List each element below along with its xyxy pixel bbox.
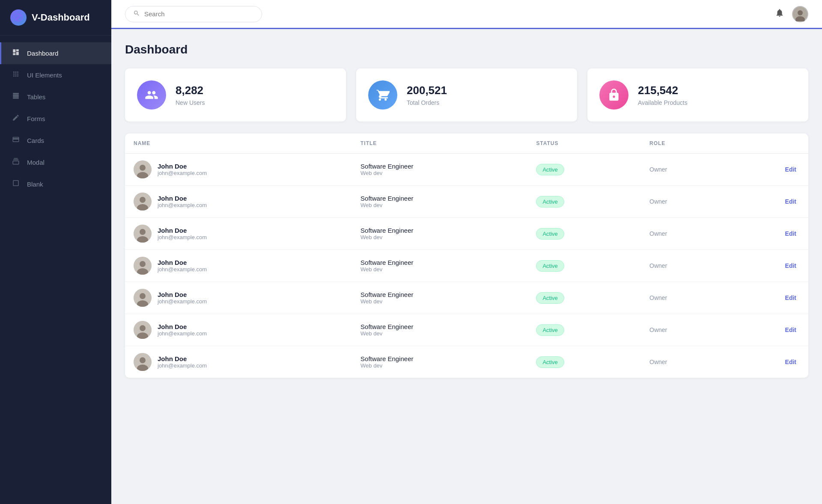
user-name-cell: John Doe john@example.com — [125, 346, 352, 378]
status-badge: Active — [536, 356, 564, 368]
user-name: John Doe — [158, 355, 207, 362]
sidebar-item-modal[interactable]: Modal — [0, 151, 111, 173]
title-cell: Software Engineer Web dev — [352, 186, 527, 218]
svg-point-32 — [140, 357, 146, 363]
user-name: John Doe — [158, 163, 207, 170]
edit-button[interactable]: Edit — [785, 326, 796, 333]
status-cell: Active — [527, 282, 641, 314]
user-avatar — [134, 257, 152, 275]
edit-button[interactable]: Edit — [785, 294, 796, 301]
sidebar-item-label: Cards — [27, 137, 44, 144]
edit-button[interactable]: Edit — [785, 166, 796, 173]
svg-point-17 — [140, 197, 146, 203]
action-cell: Edit — [728, 186, 808, 218]
products-stat-number: 215,542 — [638, 84, 688, 97]
logo-icon — [10, 9, 27, 26]
col-actions — [728, 133, 808, 154]
svg-point-1 — [13, 71, 15, 73]
status-badge: Active — [536, 292, 564, 304]
users-stat-info: 8,282 New Users — [176, 84, 205, 106]
title-cell: Software Engineer Web dev — [352, 314, 527, 346]
orders-stat-number: 200,521 — [407, 84, 447, 97]
sidebar-item-dashboard[interactable]: Dashboard — [0, 42, 111, 64]
user-avatar — [134, 193, 152, 210]
user-name: John Doe — [158, 259, 207, 266]
status-cell: Active — [527, 314, 641, 346]
action-cell: Edit — [728, 314, 808, 346]
table-row: John Doe john@example.com Software Engin… — [125, 282, 808, 314]
user-info: John Doe john@example.com — [158, 195, 207, 208]
status-cell: Active — [527, 186, 641, 218]
user-email: john@example.com — [158, 362, 207, 369]
status-badge: Active — [536, 196, 564, 208]
bell-icon[interactable] — [775, 8, 784, 20]
svg-point-3 — [17, 71, 18, 73]
user-email: john@example.com — [158, 330, 207, 337]
user-name: John Doe — [158, 291, 207, 298]
dashboard-icon — [12, 48, 20, 58]
edit-button[interactable]: Edit — [785, 359, 796, 365]
user-email: john@example.com — [158, 266, 207, 273]
modal-icon — [12, 157, 20, 167]
edit-button[interactable]: Edit — [785, 262, 796, 269]
user-email: john@example.com — [158, 234, 207, 240]
title-main: Software Engineer — [360, 163, 519, 170]
search-bar[interactable] — [125, 6, 262, 22]
stat-card-products: 215,542 Available Products — [587, 68, 808, 122]
title-cell: Software Engineer Web dev — [352, 218, 527, 250]
title-sub: Web dev — [360, 298, 519, 305]
sidebar-item-tables[interactable]: Tables — [0, 86, 111, 108]
edit-button[interactable]: Edit — [785, 198, 796, 205]
user-name: John Doe — [158, 323, 207, 330]
action-cell: Edit — [728, 346, 808, 378]
role-cell: Owner — [641, 218, 728, 250]
stat-card-users: 8,282 New Users — [125, 68, 346, 122]
forms-icon — [12, 114, 20, 124]
title-sub: Web dev — [360, 202, 519, 208]
stat-cards: 8,282 New Users 200,521 Total Orders — [125, 68, 808, 122]
role-text: Owner — [649, 230, 667, 237]
action-cell: Edit — [728, 250, 808, 282]
user-avatar — [134, 160, 152, 178]
svg-point-6 — [17, 74, 18, 75]
products-stat-icon — [599, 80, 628, 110]
title-cell: Software Engineer Web dev — [352, 346, 527, 378]
sidebar-item-blank[interactable]: Blank — [0, 173, 111, 195]
svg-point-20 — [140, 229, 146, 235]
sidebar-item-label: UI Elements — [27, 71, 62, 79]
orders-stat-info: 200,521 Total Orders — [407, 84, 447, 106]
blank-icon — [12, 179, 20, 189]
user-email: john@example.com — [158, 170, 207, 176]
user-email: john@example.com — [158, 202, 207, 208]
title-main: Software Engineer — [360, 195, 519, 202]
role-text: Owner — [649, 166, 667, 173]
sidebar-item-forms[interactable]: Forms — [0, 108, 111, 130]
avatar[interactable] — [792, 6, 808, 22]
title-main: Software Engineer — [360, 291, 519, 298]
tables-icon — [12, 92, 20, 102]
user-name-cell: John Doe john@example.com — [125, 282, 352, 314]
svg-point-26 — [140, 293, 146, 299]
status-badge: Active — [536, 324, 564, 336]
search-input[interactable] — [144, 10, 254, 18]
table-row: John Doe john@example.com Software Engin… — [125, 250, 808, 282]
user-info: John Doe john@example.com — [158, 291, 207, 305]
edit-button[interactable]: Edit — [785, 230, 796, 237]
sidebar-item-label: Tables — [27, 93, 45, 101]
products-stat-info: 215,542 Available Products — [638, 84, 688, 106]
sidebar-item-ui-elements[interactable]: UI Elements — [0, 64, 111, 86]
col-name: NAME — [125, 133, 352, 154]
page-title: Dashboard — [125, 43, 808, 56]
user-info: John Doe john@example.com — [158, 227, 207, 240]
col-status: STATUS — [527, 133, 641, 154]
col-title: TITLE — [352, 133, 527, 154]
user-info: John Doe john@example.com — [158, 323, 207, 337]
title-sub: Web dev — [360, 330, 519, 337]
title-sub: Web dev — [360, 266, 519, 273]
sidebar-item-cards[interactable]: Cards — [0, 130, 111, 151]
status-cell: Active — [527, 154, 641, 186]
sidebar-item-label: Modal — [27, 159, 45, 166]
sidebar-navigation: Dashboard UI Elements Tables Forms Cards — [0, 36, 111, 202]
products-stat-label: Available Products — [638, 99, 688, 106]
status-badge: Active — [536, 228, 564, 240]
